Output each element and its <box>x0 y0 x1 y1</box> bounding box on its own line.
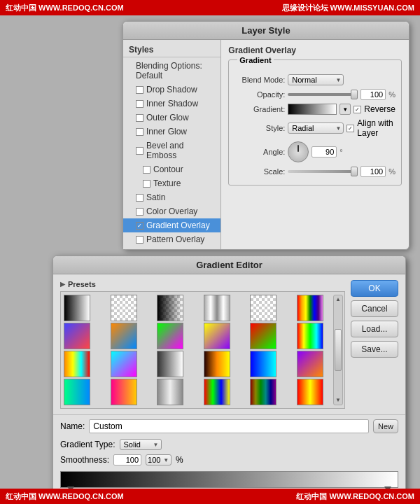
smoothness-label: Smoothness: <box>60 455 109 465</box>
new-button[interactable]: New <box>373 419 398 433</box>
gradient-preview[interactable] <box>288 104 337 115</box>
preset-4[interactable] <box>204 295 230 321</box>
blending-options-label: Blending Options: Default <box>136 61 215 80</box>
smoothness-input[interactable] <box>113 454 141 465</box>
preset-1[interactable] <box>64 295 90 321</box>
gradient-editor-title: Gradient Editor <box>53 256 405 274</box>
presets-scrollbar[interactable]: ▲ ▼ <box>333 295 343 405</box>
satin-checkbox[interactable] <box>136 194 144 202</box>
pattern-overlay-checkbox[interactable] <box>136 236 144 244</box>
scroll-up-arrow[interactable]: ▲ <box>335 297 341 302</box>
scrollbar-thumb[interactable] <box>335 329 342 371</box>
inner-glow-checkbox[interactable] <box>136 128 144 136</box>
load-button[interactable]: Load... <box>351 321 398 337</box>
color-overlay-checkbox[interactable] <box>136 208 144 216</box>
preset-14[interactable] <box>111 351 137 377</box>
bevel-emboss-item[interactable]: Bevel and Emboss <box>123 139 220 162</box>
outer-glow-checkbox[interactable] <box>136 114 144 122</box>
save-button[interactable]: Save... <box>351 341 398 358</box>
contour-item[interactable]: Contour <box>123 162 220 176</box>
gradient-overlay-item[interactable]: Gradient Overlay <box>123 218 220 232</box>
scale-input[interactable] <box>360 166 386 177</box>
preset-24[interactable] <box>297 379 323 405</box>
inner-shadow-item[interactable]: Inner Shadow <box>123 97 220 111</box>
name-input[interactable] <box>89 419 369 433</box>
buttons-column: OK Cancel Load... Save... <box>351 280 398 409</box>
preset-22[interactable] <box>204 379 230 405</box>
reverse-checkbox[interactable] <box>354 106 361 113</box>
pattern-overlay-label: Pattern Overlay <box>146 234 204 244</box>
preset-10[interactable] <box>204 323 230 349</box>
scroll-down-arrow[interactable]: ▼ <box>335 398 341 403</box>
texture-item[interactable]: Texture <box>123 176 220 190</box>
preset-21[interactable] <box>157 379 183 405</box>
pattern-overlay-item[interactable]: Pattern Overlay <box>123 232 220 246</box>
angle-unit: ° <box>340 148 342 156</box>
inner-glow-item[interactable]: Inner Glow <box>123 125 220 139</box>
preset-23[interactable] <box>250 379 276 405</box>
presets-text: Presets <box>68 280 96 288</box>
preset-16[interactable] <box>204 351 230 377</box>
layer-style-title: Layer Style <box>123 22 409 40</box>
color-overlay-label: Color Overlay <box>146 206 197 216</box>
gradient-arrow-btn[interactable]: ▼ <box>340 104 351 115</box>
preset-7[interactable] <box>64 323 90 349</box>
smoothness-select[interactable]: 100 <box>146 454 172 465</box>
inner-glow-label: Inner Glow <box>146 127 187 136</box>
contour-checkbox[interactable] <box>143 166 150 174</box>
gradient-type-select[interactable]: Solid Noise <box>120 439 162 450</box>
preset-13[interactable] <box>64 351 90 377</box>
preset-20[interactable] <box>111 379 137 405</box>
drop-shadow-checkbox[interactable] <box>136 86 144 94</box>
preset-17[interactable] <box>250 351 276 377</box>
gradient-editor-panel: Gradient Editor ▶ Presets <box>52 255 406 504</box>
preset-12[interactable] <box>297 323 323 349</box>
inner-shadow-checkbox[interactable] <box>136 100 144 108</box>
preset-9[interactable] <box>157 323 183 349</box>
drop-shadow-item[interactable]: Drop Shadow <box>123 83 220 97</box>
angle-row: Angle: ° <box>234 141 396 162</box>
inner-shadow-label: Inner Shadow <box>146 99 198 108</box>
preset-5[interactable] <box>250 295 276 321</box>
style-dropdown-wrapper: Radial Linear Angle Reflected Diamond <box>288 122 344 134</box>
gradient-row: Gradient: ▼ Reverse <box>234 104 396 115</box>
blend-mode-select[interactable]: Normal Multiply Screen <box>288 74 344 85</box>
preset-15[interactable] <box>157 351 183 377</box>
angle-input[interactable] <box>312 146 337 158</box>
gradient-overlay-checkbox[interactable] <box>136 222 144 230</box>
color-overlay-item[interactable]: Color Overlay <box>123 204 220 218</box>
style-select[interactable]: Radial Linear Angle Reflected Diamond <box>288 122 344 134</box>
outer-glow-item[interactable]: Outer Glow <box>123 111 220 125</box>
preset-18[interactable] <box>297 351 323 377</box>
gradient-preview-bar[interactable] <box>60 471 398 488</box>
align-checkbox[interactable] <box>346 125 354 132</box>
scale-slider-track[interactable] <box>288 170 358 173</box>
presets-expand-icon[interactable]: ▶ <box>60 281 65 288</box>
preset-8[interactable] <box>111 323 137 349</box>
angle-label: Angle: <box>234 148 285 156</box>
ok-button[interactable]: OK <box>351 280 398 297</box>
bevel-emboss-checkbox[interactable] <box>136 147 144 155</box>
preset-11[interactable] <box>250 323 276 349</box>
angle-dial[interactable] <box>288 141 309 162</box>
opacity-label: Opacity: <box>234 90 285 99</box>
satin-item[interactable]: Satin <box>123 190 220 204</box>
watermark-bottom-left: 红动中国 WWW.REDOQ.CN.COM <box>6 491 124 502</box>
opacity-slider-thumb[interactable] <box>351 90 358 99</box>
scale-label: Scale: <box>234 167 285 176</box>
preset-6[interactable] <box>297 295 323 321</box>
scale-slider-thumb[interactable] <box>351 167 358 176</box>
smoothness-dropdown: 100 <box>146 454 172 465</box>
preset-19[interactable] <box>64 379 90 405</box>
blending-options-item[interactable]: Blending Options: Default <box>123 59 220 83</box>
blend-mode-dropdown-wrapper: Normal Multiply Screen <box>288 74 344 85</box>
opacity-slider-track[interactable] <box>288 93 358 96</box>
opacity-input[interactable] <box>360 89 386 100</box>
preset-3[interactable] <box>157 295 183 321</box>
preset-2[interactable] <box>111 295 137 321</box>
watermark-bottom: 红动中国 WWW.REDOQ.CN.COM 红动中国 WWW.REDOQ.CN.… <box>0 489 420 504</box>
name-row: Name: New <box>60 419 398 433</box>
watermark-top: 红动中国 WWW.REDOQ.CN.COM 思缘设计论坛 WWW.MISSYUA… <box>0 0 420 15</box>
cancel-button[interactable]: Cancel <box>351 300 398 317</box>
texture-checkbox[interactable] <box>143 180 150 188</box>
